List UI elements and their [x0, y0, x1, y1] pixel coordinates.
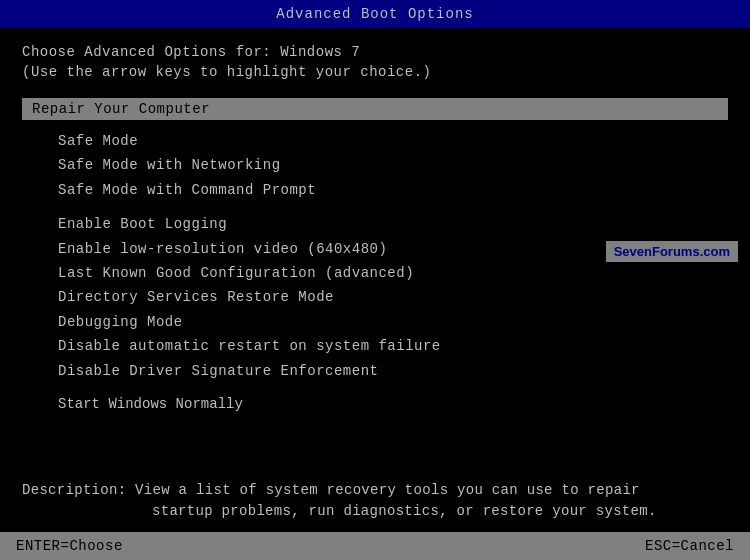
description-line2: startup problems, run diagnostics, or re…: [22, 501, 728, 522]
list-item[interactable]: Disable Driver Signature Enforcement: [58, 360, 728, 382]
repair-computer-option[interactable]: Repair Your Computer: [22, 98, 728, 120]
list-item[interactable]: Safe Mode with Networking: [58, 154, 728, 176]
screen-title: Advanced Boot Options: [276, 6, 473, 22]
title-bar: Advanced Boot Options: [0, 0, 750, 28]
options-group-2: Enable Boot LoggingEnable low-resolution…: [22, 213, 728, 382]
intro-line2: (Use the arrow keys to highlight your ch…: [22, 64, 728, 80]
options-group-1: Safe ModeSafe Mode with NetworkingSafe M…: [22, 130, 728, 201]
list-item[interactable]: Directory Services Restore Mode: [58, 286, 728, 308]
main-content: Choose Advanced Options for: Windows 7 (…: [0, 28, 750, 532]
start-normally-option[interactable]: Start Windows Normally: [22, 396, 728, 412]
boot-options-screen: Advanced Boot Options Choose Advanced Op…: [0, 0, 750, 560]
description-line1: Description: View a list of system recov…: [22, 480, 728, 501]
watermark: SevenForums.com: [606, 241, 738, 262]
list-item[interactable]: Safe Mode with Command Prompt: [58, 179, 728, 201]
intro-line1: Choose Advanced Options for: Windows 7: [22, 44, 728, 60]
status-bar: ENTER=Choose ESC=Cancel: [0, 532, 750, 560]
list-item[interactable]: Disable automatic restart on system fail…: [58, 335, 728, 357]
list-item[interactable]: Enable Boot Logging: [58, 213, 728, 235]
description: Description: View a list of system recov…: [22, 480, 728, 522]
list-item[interactable]: Safe Mode: [58, 130, 728, 152]
esc-label: ESC=Cancel: [645, 538, 734, 554]
list-item[interactable]: Debugging Mode: [58, 311, 728, 333]
list-item[interactable]: Last Known Good Configuration (advanced): [58, 262, 728, 284]
enter-label: ENTER=Choose: [16, 538, 123, 554]
